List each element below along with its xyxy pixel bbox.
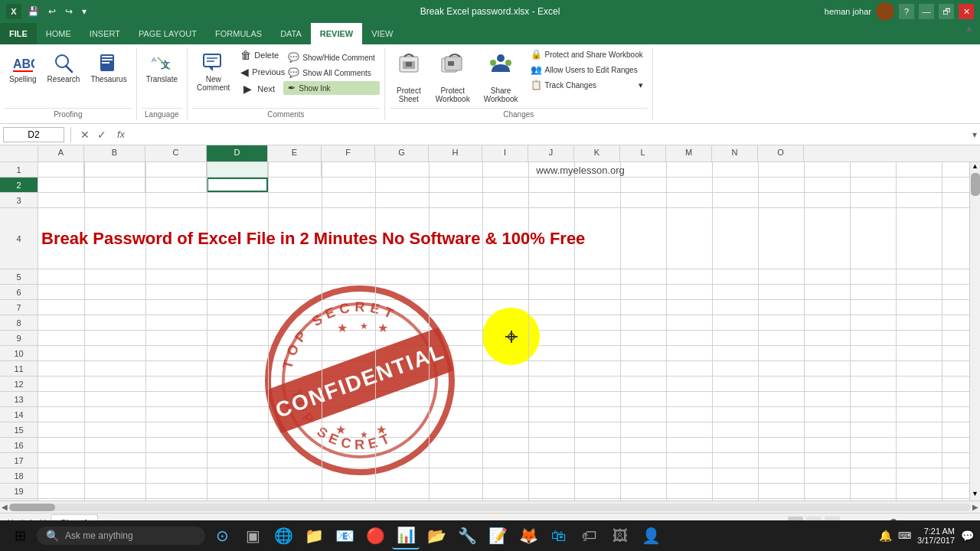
taskbar-outlook-btn[interactable]: 📧 (331, 522, 358, 549)
taskbar-keyboard-icon[interactable]: ⌨ (898, 530, 911, 541)
row-6[interactable] (38, 285, 969, 300)
row-5[interactable] (38, 269, 969, 285)
col-header-f[interactable]: F (322, 145, 375, 161)
windows-start-btn[interactable]: ⊞ (6, 522, 34, 549)
row-num-6[interactable]: 6 (0, 285, 38, 300)
formula-input[interactable] (132, 128, 969, 142)
show-hide-comment-btn[interactable]: 💬 Show/Hide Comment (283, 51, 379, 64)
col-header-a[interactable]: A (38, 145, 84, 161)
col-header-j[interactable]: J (528, 145, 574, 161)
row-num-1[interactable]: 1 (0, 162, 38, 178)
row-num-18[interactable]: 18 (0, 468, 38, 484)
row-num-5[interactable]: 5 (0, 269, 38, 285)
cell-b1[interactable] (84, 162, 145, 177)
cell-d2-selected[interactable] (207, 178, 268, 192)
protect-workbook-btn[interactable]: ProtectWorkbook (430, 47, 476, 106)
col-header-g[interactable]: G (375, 145, 429, 161)
row-20[interactable] (38, 499, 969, 500)
row-12[interactable] (38, 377, 969, 392)
col-header-e[interactable]: E (268, 145, 322, 161)
scroll-track[interactable] (970, 173, 980, 490)
tab-file[interactable]: FILE (0, 23, 37, 44)
col-header-o[interactable]: O (758, 145, 804, 161)
row-14[interactable] (38, 407, 969, 422)
row-num-2[interactable]: 2 (0, 178, 38, 193)
col-header-n[interactable]: N (712, 145, 758, 161)
scroll-thumb[interactable] (971, 173, 980, 196)
tab-insert[interactable]: INSERT (80, 23, 129, 44)
track-changes-dropdown[interactable]: ▾ (639, 80, 643, 90)
h-scroll-track[interactable] (9, 504, 971, 511)
horizontal-scrollbar[interactable]: ◀ ▶ (0, 500, 980, 513)
confirm-formula-btn[interactable]: ✓ (94, 129, 109, 141)
col-header-k[interactable]: K (574, 145, 620, 161)
research-btn[interactable]: Research (43, 47, 85, 86)
scroll-right-btn[interactable]: ▶ (972, 503, 978, 511)
cell-rest-2[interactable] (268, 178, 969, 192)
help-btn[interactable]: ? (899, 4, 914, 19)
notifications-action-center[interactable]: 💬 (961, 530, 974, 542)
col-header-b[interactable]: B (84, 145, 145, 161)
row-18[interactable] (38, 468, 969, 484)
row-19[interactable] (38, 484, 969, 499)
track-changes-btn[interactable]: 📋 Track Changes ▾ (526, 78, 648, 92)
tab-data[interactable]: DATA (271, 23, 311, 44)
tab-page-layout[interactable]: PAGE LAYOUT (129, 23, 206, 44)
show-all-comments-btn[interactable]: 💬 Show All Comments (283, 66, 379, 80)
taskbar-cortana-btn[interactable]: ⊙ (208, 522, 236, 549)
protect-sheet-btn[interactable]: ProtectSheet (390, 47, 428, 106)
col-header-c[interactable]: C (145, 145, 207, 161)
row-num-4[interactable]: 4 (0, 208, 38, 269)
cell-rest-1[interactable] (322, 162, 969, 177)
row-17[interactable] (38, 453, 969, 468)
spelling-btn[interactable]: ABC Spelling (5, 47, 41, 86)
row-num-13[interactable]: 13 (0, 392, 38, 407)
scroll-down-btn[interactable]: ▼ (970, 490, 980, 500)
row-15[interactable] (38, 422, 969, 438)
row-num-8[interactable]: 8 (0, 315, 38, 331)
show-ink-btn[interactable]: ✒ Show Ink (283, 81, 379, 95)
scroll-up-btn[interactable]: ▲ (970, 162, 980, 173)
vertical-scrollbar[interactable]: ▲ ▼ (969, 162, 980, 500)
cell-a1[interactable] (38, 162, 84, 177)
allow-users-edit-btn[interactable]: 👥 Allow Users to Edit Ranges (526, 63, 648, 77)
h-scroll-thumb[interactable] (9, 504, 55, 511)
protect-share-workbook-btn[interactable]: 🔒 Protect and Share Workbook (526, 47, 648, 61)
cell-d1[interactable] (207, 162, 268, 177)
taskbar-folder-btn[interactable]: 📁 (300, 522, 328, 549)
taskbar-notification-icon[interactable]: 🔔 (879, 530, 892, 542)
delete-comment-btn[interactable]: 🗑 Delete (236, 47, 282, 63)
taskbar-files-btn[interactable]: 📂 (423, 522, 450, 549)
ribbon-collapse[interactable]: ▲ (965, 23, 980, 44)
taskbar-task-view-btn[interactable]: ▣ (239, 522, 266, 549)
thesaurus-btn[interactable]: Thesaurus (86, 47, 131, 86)
tab-view[interactable]: VIEW (362, 23, 402, 44)
col-header-l[interactable]: L (620, 145, 666, 161)
taskbar-search-area[interactable]: 🔍 Ask me anything (37, 527, 205, 545)
quick-save-btn[interactable]: 💾 (24, 5, 42, 18)
taskbar-chrome-btn[interactable]: 🔴 (361, 522, 389, 549)
row-13[interactable] (38, 392, 969, 407)
formula-expand-btn[interactable]: ▾ (972, 129, 977, 140)
row-num-10[interactable]: 10 (0, 346, 38, 361)
cell-a2[interactable] (38, 178, 84, 192)
share-workbook-btn[interactable]: ShareWorkbook (478, 47, 524, 106)
row-num-17[interactable]: 17 (0, 453, 38, 468)
taskbar-firefox-btn[interactable]: 🦊 (514, 522, 542, 549)
translate-btn[interactable]: A文 Translate (142, 47, 182, 86)
restore-btn[interactable]: 🗗 (939, 4, 954, 19)
taskbar-edge-btn[interactable]: 🌐 (270, 522, 297, 549)
cell-b2[interactable] (84, 178, 145, 192)
taskbar-word-btn[interactable]: 📝 (484, 522, 511, 549)
tab-review[interactable]: REVIEW (311, 23, 362, 44)
row-num-11[interactable]: 11 (0, 361, 38, 377)
row-num-14[interactable]: 14 (0, 407, 38, 422)
row-num-15[interactable]: 15 (0, 422, 38, 438)
row-16[interactable] (38, 438, 969, 453)
col-header-h[interactable]: H (429, 145, 482, 161)
tab-home[interactable]: HOME (37, 23, 80, 44)
quick-redo-btn[interactable]: ↪ (62, 5, 76, 18)
row-num-16[interactable]: 16 (0, 438, 38, 453)
cell-e1[interactable] (268, 162, 322, 177)
taskbar-person-btn[interactable]: 👤 (637, 522, 665, 549)
